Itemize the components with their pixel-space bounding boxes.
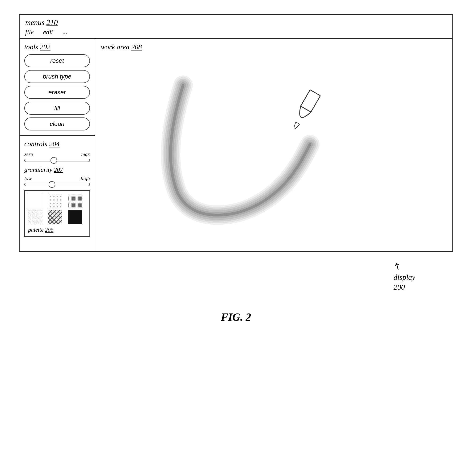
brush-tool-icon <box>289 90 320 132</box>
work-area-title: work area 208 <box>101 43 447 51</box>
menus-ref: 210 <box>47 18 58 27</box>
sidebar: tools 202 reset brush type eraser fill c… <box>19 39 95 251</box>
content-row: tools 202 reset brush type eraser fill c… <box>19 39 453 251</box>
display-text: display <box>394 273 415 281</box>
tools-ref: 202 <box>40 43 51 51</box>
display-ref: 200 <box>394 283 405 291</box>
swatch-white[interactable] <box>28 194 42 208</box>
svg-rect-2 <box>301 90 320 112</box>
menu-file[interactable]: file <box>25 28 34 36</box>
brush-stroke-canvas <box>107 53 464 241</box>
granularity-slider-labels: low high <box>24 175 90 181</box>
granularity-slider-track[interactable] <box>24 183 90 186</box>
menu-edit[interactable]: edit <box>43 28 53 36</box>
granularity-label: granularity <box>24 166 52 173</box>
density-slider-labels: zero max <box>24 151 90 157</box>
reset-button[interactable]: reset <box>24 54 90 67</box>
granularity-min-label: low <box>24 175 32 181</box>
granularity-title: granularity 207 <box>24 166 90 173</box>
menus-label: menus <box>25 18 45 27</box>
menus-title: menus 210 <box>25 18 447 27</box>
controls-label: controls <box>24 140 47 148</box>
granularity-slider-thumb[interactable] <box>49 181 55 188</box>
brush-type-button[interactable]: brush type <box>24 70 90 83</box>
controls-panel: controls 204 zero max gra <box>19 136 95 251</box>
swatch-black[interactable] <box>68 210 82 224</box>
palette-label: palette 206 <box>28 227 86 233</box>
diagram-box: menus 210 file edit ... tools 202 reset <box>19 14 453 252</box>
controls-title: controls 204 <box>24 140 90 148</box>
menu-more[interactable]: ... <box>63 28 68 36</box>
bottom-section: ↖ display 200 FIG. 2 <box>19 261 453 323</box>
display-arrow: ↖ <box>391 260 403 273</box>
slider1-max-label: max <box>81 151 90 157</box>
density-slider-section: zero max <box>24 151 90 162</box>
palette-section: palette 206 <box>24 190 90 237</box>
tools-panel: tools 202 reset brush type eraser fill c… <box>19 39 95 136</box>
palette-grid <box>28 194 86 224</box>
work-area[interactable]: work area 208 <box>95 39 453 251</box>
swatch-dark-hatch[interactable] <box>48 210 62 224</box>
controls-ref: 204 <box>49 140 60 148</box>
density-slider-thumb[interactable] <box>51 157 57 164</box>
granularity-slider-section: low high <box>24 175 90 186</box>
figure-caption: FIG. 2 <box>19 311 453 323</box>
menu-items-row: file edit ... <box>25 28 447 36</box>
fill-button[interactable]: fill <box>24 102 90 115</box>
palette-ref: 206 <box>45 227 53 233</box>
menu-bar: menus 210 file edit ... <box>19 15 453 39</box>
granularity-max-label: high <box>81 175 90 181</box>
outer-container: menus 210 file edit ... tools 202 reset <box>19 14 453 323</box>
swatch-light-dots[interactable] <box>48 194 62 208</box>
brush-stroke-group <box>171 85 320 215</box>
tool-buttons-group: reset brush type eraser fill clean <box>24 54 90 130</box>
swatch-medium-dots[interactable] <box>68 194 82 208</box>
clean-button[interactable]: clean <box>24 118 90 130</box>
granularity-ref: 207 <box>54 166 63 173</box>
work-area-label: work area <box>101 43 129 51</box>
display-label: display 200 <box>394 272 415 292</box>
density-slider-track[interactable] <box>24 159 90 162</box>
slider1-min-label: zero <box>24 151 33 157</box>
eraser-button[interactable]: eraser <box>24 86 90 99</box>
palette-text: palette <box>28 227 43 233</box>
display-annotation-wrapper: ↖ display 200 <box>19 261 453 292</box>
tools-label: tools <box>24 43 38 51</box>
swatch-hatch[interactable] <box>28 210 42 224</box>
work-area-ref: 208 <box>131 43 142 51</box>
display-annotation: ↖ display 200 <box>394 261 415 292</box>
tools-title: tools 202 <box>24 43 90 51</box>
